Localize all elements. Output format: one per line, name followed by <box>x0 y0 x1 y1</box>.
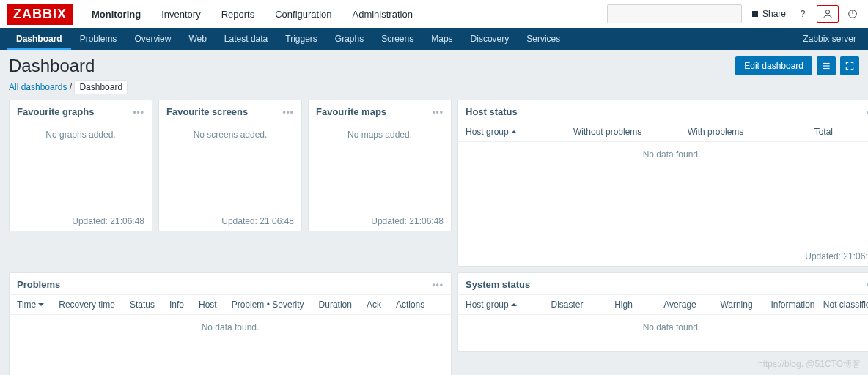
power-icon[interactable] <box>845 6 861 22</box>
col-high[interactable]: High <box>595 300 652 310</box>
widget-title: Favourite maps <box>316 106 386 117</box>
search-box[interactable] <box>607 4 742 23</box>
page-title: Dashboard <box>9 56 95 76</box>
watermark: https://blog. @51CTO博客 <box>758 358 861 371</box>
col-information[interactable]: Information <box>765 300 821 310</box>
widget-updated: Updated: 21:06:48 <box>10 212 152 231</box>
top-nav: Monitoring Inventory Reports Configurati… <box>81 0 423 28</box>
widget-fav-maps: Favourite maps••• No maps added. Updated… <box>308 100 452 231</box>
widget-menu-icon[interactable]: ••• <box>432 280 444 290</box>
widget-fav-graphs: Favourite graphs••• No graphs added. Upd… <box>9 100 152 231</box>
search-input[interactable] <box>612 8 737 20</box>
topnav-inventory[interactable]: Inventory <box>151 0 210 28</box>
col-with-problems[interactable]: With problems <box>661 127 769 137</box>
breadcrumb-current[interactable]: Dashboard <box>74 80 128 94</box>
col-warning[interactable]: Warning <box>708 300 765 310</box>
col-total[interactable]: Total <box>770 127 868 137</box>
widget-empty: No maps added. <box>309 122 451 212</box>
subnav-screens[interactable]: Screens <box>372 28 422 50</box>
col-notclassified[interactable]: Not classified <box>821 300 868 310</box>
server-label[interactable]: Zabbix server <box>803 34 861 44</box>
share-label: Share <box>762 9 786 19</box>
subnav-triggers[interactable]: Triggers <box>276 28 326 50</box>
svg-point-4 <box>825 10 829 14</box>
widget-title: Host status <box>466 106 518 117</box>
help-icon[interactable]: ? <box>795 6 811 22</box>
widget-nodata: No data found. <box>458 315 868 340</box>
widget-updated: Updated: 21:06:49 <box>458 247 868 266</box>
brand-logo[interactable]: ZABBIX <box>7 4 73 25</box>
col-recovery[interactable]: Recovery time <box>59 300 115 310</box>
col-time[interactable]: Time <box>17 300 44 310</box>
user-icon[interactable] <box>817 5 839 23</box>
col-actions[interactable]: Actions <box>396 300 424 310</box>
widget-menu-icon[interactable]: ••• <box>282 107 294 117</box>
widget-nodata: No data found. <box>10 315 451 340</box>
col-problem[interactable]: Problem • Severity <box>232 300 304 310</box>
widget-title: Problems <box>17 279 60 290</box>
widget-nodata: No data found. <box>458 142 868 167</box>
widget-fav-screens: Favourite screens••• No screens added. U… <box>158 100 302 231</box>
fullscreen-button[interactable] <box>840 56 859 75</box>
col-host-group[interactable]: Host group <box>466 127 553 137</box>
col-disaster[interactable]: Disaster <box>539 300 595 310</box>
subnav-graphs[interactable]: Graphs <box>326 28 372 50</box>
col-status[interactable]: Status <box>130 300 155 310</box>
widget-title: Favourite graphs <box>17 106 94 117</box>
widget-host-status: Host status••• Host group Without proble… <box>457 100 868 267</box>
topnav-reports[interactable]: Reports <box>211 0 265 28</box>
widget-updated: Updated: 21:06:48 <box>159 212 301 231</box>
subnav-services[interactable]: Services <box>518 28 569 50</box>
topnav-administration[interactable]: Administration <box>342 0 423 28</box>
widget-empty: No graphs added. <box>10 122 152 212</box>
col-without-problems[interactable]: Without problems <box>553 127 661 137</box>
widget-title: Favourite screens <box>166 106 248 117</box>
subnav-web[interactable]: Web <box>180 28 215 50</box>
widget-problems: Problems••• Time Recovery time Status In… <box>9 272 452 375</box>
breadcrumb: All dashboards / Dashboard <box>0 82 868 100</box>
col-host-group[interactable]: Host group <box>466 300 539 310</box>
widget-title: System status <box>466 279 530 290</box>
subnav-maps[interactable]: Maps <box>422 28 461 50</box>
col-average[interactable]: Average <box>652 300 708 310</box>
col-info[interactable]: Info <box>169 300 184 310</box>
topnav-monitoring[interactable]: Monitoring <box>81 0 151 28</box>
topnav-configuration[interactable]: Configuration <box>265 0 342 28</box>
widget-menu-icon[interactable]: ••• <box>133 107 144 117</box>
share-button[interactable]: Share <box>748 9 789 19</box>
subnav-discovery[interactable]: Discovery <box>462 28 518 50</box>
col-duration[interactable]: Duration <box>319 300 352 310</box>
subnav-dashboard[interactable]: Dashboard <box>7 28 71 50</box>
svg-rect-2 <box>752 11 758 17</box>
col-host[interactable]: Host <box>199 300 217 310</box>
subnav-overview[interactable]: Overview <box>125 28 180 50</box>
subnav-latest-data[interactable]: Latest data <box>216 28 276 50</box>
breadcrumb-root[interactable]: All dashboards <box>9 82 67 92</box>
widget-system-status: System status••• Host group Disaster Hig… <box>457 272 868 352</box>
widget-empty: No screens added. <box>159 122 301 212</box>
widget-updated: Updated: 21:06:48 <box>309 212 451 231</box>
svg-text:?: ? <box>801 9 806 19</box>
list-button[interactable] <box>817 56 836 75</box>
col-ack[interactable]: Ack <box>367 300 381 310</box>
edit-dashboard-button[interactable]: Edit dashboard <box>735 56 812 75</box>
widget-menu-icon[interactable]: ••• <box>432 107 444 117</box>
